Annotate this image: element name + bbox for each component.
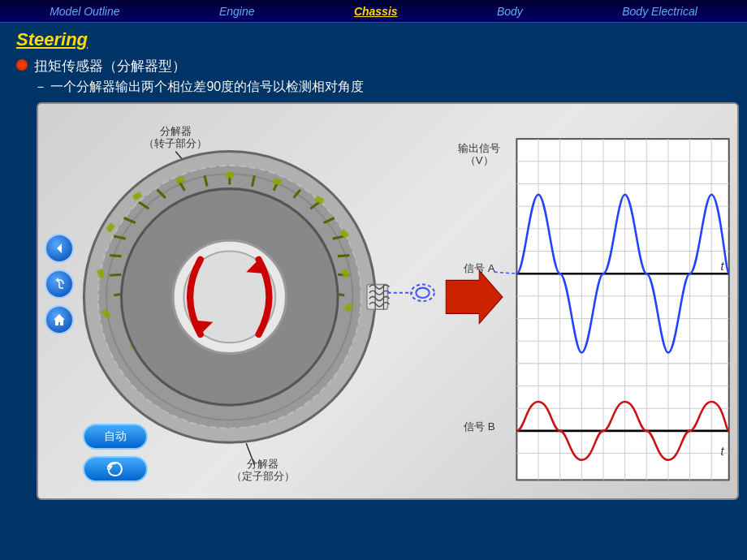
nav-engine[interactable]: Engine bbox=[211, 3, 263, 19]
nav-model-outline[interactable]: Model Outline bbox=[41, 3, 127, 19]
bullet-icon bbox=[16, 59, 28, 71]
svg-text:分解器: 分解器 bbox=[247, 458, 279, 470]
bullet-main-text: 扭矩传感器（分解器型） bbox=[34, 57, 186, 75]
home-button[interactable] bbox=[45, 305, 74, 334]
svg-text:输出信号: 输出信号 bbox=[458, 142, 500, 154]
auto-button[interactable]: 自动 bbox=[83, 424, 148, 450]
svg-rect-38 bbox=[226, 172, 234, 178]
content-section: 扭矩传感器（分解器型） － 一个分解器输出两个相位差90度的信号以检测相对角度 bbox=[16, 57, 731, 96]
svg-text:（转子部分）: （转子部分） bbox=[144, 137, 207, 149]
svg-text:信号 B: 信号 B bbox=[464, 420, 495, 433]
nav-body[interactable]: Body bbox=[489, 3, 531, 19]
svg-line-31 bbox=[110, 256, 121, 256]
replay-icon bbox=[107, 461, 123, 477]
svg-line-30 bbox=[110, 274, 121, 275]
svg-marker-1 bbox=[54, 314, 65, 325]
svg-text:信号 A: 信号 A bbox=[464, 262, 495, 274]
svg-text:（定子部分）: （定子部分） bbox=[231, 470, 295, 482]
bullet-main: 扭矩传感器（分解器型） bbox=[16, 57, 731, 75]
prev-button[interactable] bbox=[45, 234, 74, 263]
svg-rect-69 bbox=[516, 139, 728, 480]
svg-line-15 bbox=[338, 256, 349, 256]
back-button[interactable] bbox=[45, 269, 74, 299]
nav-chassis[interactable]: Chassis bbox=[346, 3, 406, 19]
nav-body-electrical[interactable]: Body Electrical bbox=[614, 3, 706, 19]
svg-marker-0 bbox=[57, 243, 62, 253]
svg-point-67 bbox=[416, 288, 429, 298]
svg-line-101 bbox=[494, 272, 517, 274]
svg-text:（V）: （V） bbox=[465, 154, 494, 166]
diagram-container: 分解器 （转子部分） bbox=[37, 102, 739, 500]
nav-bar: Model Outline Engine Chassis Body Body E… bbox=[0, 0, 747, 23]
auto-button-label: 自动 bbox=[104, 429, 127, 444]
page-title: Steering bbox=[16, 29, 731, 50]
svg-text:分解器: 分解器 bbox=[160, 125, 192, 137]
replay-button[interactable] bbox=[83, 456, 148, 482]
bullet-sub-text: － 一个分解器输出两个相位差90度的信号以检测相对角度 bbox=[34, 79, 731, 96]
svg-marker-68 bbox=[446, 270, 503, 324]
